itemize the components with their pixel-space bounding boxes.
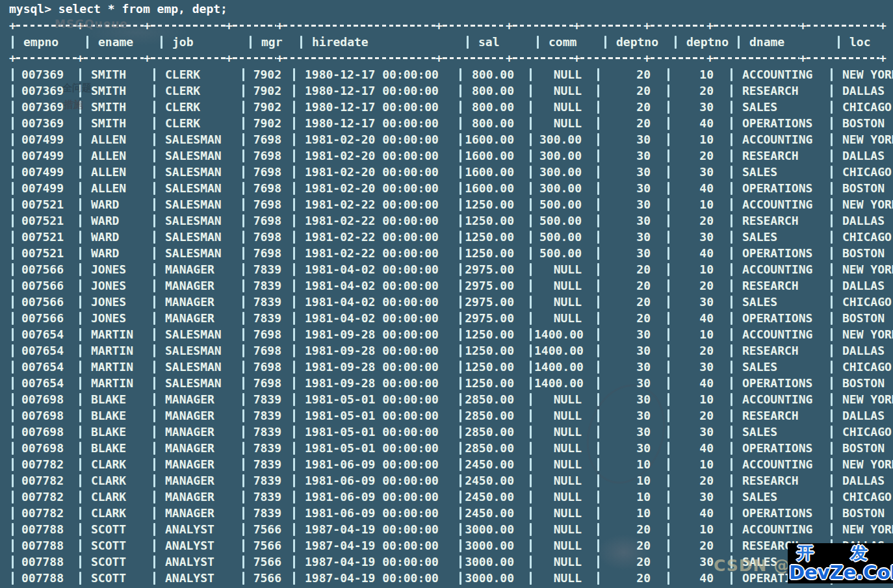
table-cell: DALLAS [835, 407, 893, 424]
column-separator [240, 99, 247, 115]
column-separator [595, 164, 602, 180]
table-cell: 1981-02-20 00:00:00 [298, 131, 457, 147]
table-row: 007499ALLENSALESMAN76981981-02-20 00:00:… [9, 147, 893, 164]
column-separator [291, 310, 298, 326]
table-cell: 1250.00 [464, 212, 527, 229]
column-separator [728, 375, 735, 391]
column-separator [527, 245, 534, 261]
column-separator [828, 83, 835, 99]
column-separator [527, 359, 534, 375]
column-header: hiredate [305, 34, 464, 50]
column-separator [77, 570, 84, 586]
table-cell: CHICAGO [835, 424, 893, 440]
column-separator [9, 99, 16, 115]
column-separator [457, 521, 464, 537]
column-separator [595, 489, 602, 505]
column-separator [240, 212, 247, 229]
column-separator [828, 164, 835, 180]
table-cell: MARTIN [84, 326, 151, 342]
table-cell: 2850.00 [464, 407, 527, 424]
column-separator [728, 212, 735, 229]
column-separator [728, 326, 735, 342]
table-cell: JONES [84, 294, 151, 310]
column-separator [151, 537, 158, 554]
table-cell: NULL [534, 99, 595, 115]
table-cell: 2450.00 [464, 505, 527, 521]
table-row: 007499ALLENSALESMAN76981981-02-20 00:00:… [9, 180, 893, 196]
column-separator [828, 391, 835, 407]
column-separator [728, 294, 735, 310]
mysql-terminal-screen[interactable]: mysql> select * from emp, dept; ++++++++… [0, 0, 893, 588]
table-cell: 007566 [16, 277, 77, 294]
column-separator [9, 277, 16, 294]
column-separator [151, 342, 158, 359]
table-cell: OPERATIONS [735, 180, 828, 196]
column-separator [247, 34, 254, 50]
column-separator [665, 147, 672, 164]
column-separator [595, 261, 602, 277]
column-separator [665, 196, 672, 212]
table-cell: 20 [672, 147, 728, 164]
border-junction: + [573, 18, 580, 34]
table-cell: 7902 [247, 99, 291, 115]
column-separator [240, 261, 247, 277]
border-dash-segment [283, 18, 435, 34]
table-row: 007499ALLENSALESMAN76981981-02-20 00:00:… [9, 131, 893, 147]
table-cell: 1981-05-01 00:00:00 [298, 407, 457, 424]
column-separator [240, 164, 247, 180]
column-separator [595, 212, 602, 229]
column-separator [291, 537, 298, 554]
table-cell: 20 [672, 212, 728, 229]
column-separator [151, 391, 158, 407]
table-cell: 1981-04-02 00:00:00 [298, 294, 457, 310]
table-cell: 1981-06-09 00:00:00 [298, 489, 457, 505]
column-separator [534, 34, 541, 50]
devze-badge-chinese-text: 开 发 者 [788, 543, 893, 563]
table-cell: 40 [672, 180, 728, 196]
table-cell: NULL [534, 537, 595, 554]
table-border-line: ++++++++++++ [9, 18, 893, 34]
column-separator [595, 294, 602, 310]
table-cell: 10 [602, 472, 665, 489]
column-separator [828, 261, 835, 277]
column-separator [527, 489, 534, 505]
table-cell: 30 [602, 391, 665, 407]
table-cell: RESEARCH [735, 212, 828, 229]
column-separator [457, 342, 464, 359]
column-separator [77, 277, 84, 294]
table-cell: 007782 [16, 505, 77, 521]
column-separator [665, 310, 672, 326]
column-separator [84, 34, 91, 50]
table-cell: BOSTON [835, 440, 893, 456]
column-separator [828, 294, 835, 310]
column-separator [151, 326, 158, 342]
column-separator [595, 131, 602, 147]
column-separator [457, 440, 464, 456]
column-separator [527, 505, 534, 521]
column-header: deptno [679, 34, 735, 50]
table-cell: MARTIN [84, 375, 151, 391]
column-separator [457, 277, 464, 294]
column-separator [595, 115, 602, 131]
border-dash-segment [233, 50, 276, 66]
table-cell: 007521 [16, 212, 77, 229]
column-separator [665, 261, 672, 277]
column-separator [158, 34, 165, 50]
border-junction: + [77, 18, 84, 34]
table-cell: 007499 [16, 180, 77, 196]
table-cell: 1981-09-28 00:00:00 [298, 342, 457, 359]
border-junction: + [276, 50, 283, 66]
table-cell: 7839 [247, 277, 291, 294]
column-separator [77, 424, 84, 440]
table-cell: 1980-12-17 00:00:00 [298, 83, 457, 99]
table-cell: 1981-09-28 00:00:00 [298, 359, 457, 375]
table-cell: CHICAGO [835, 229, 893, 245]
table-cell: 7566 [247, 554, 291, 570]
table-cell: 007654 [16, 375, 77, 391]
table-cell: 1981-02-20 00:00:00 [298, 164, 457, 180]
border-junction: + [879, 50, 887, 66]
border-dash-segment [513, 18, 573, 34]
table-cell: 10 [672, 521, 728, 537]
table-cell: 800.00 [464, 83, 527, 99]
table-cell: 20 [602, 537, 665, 554]
